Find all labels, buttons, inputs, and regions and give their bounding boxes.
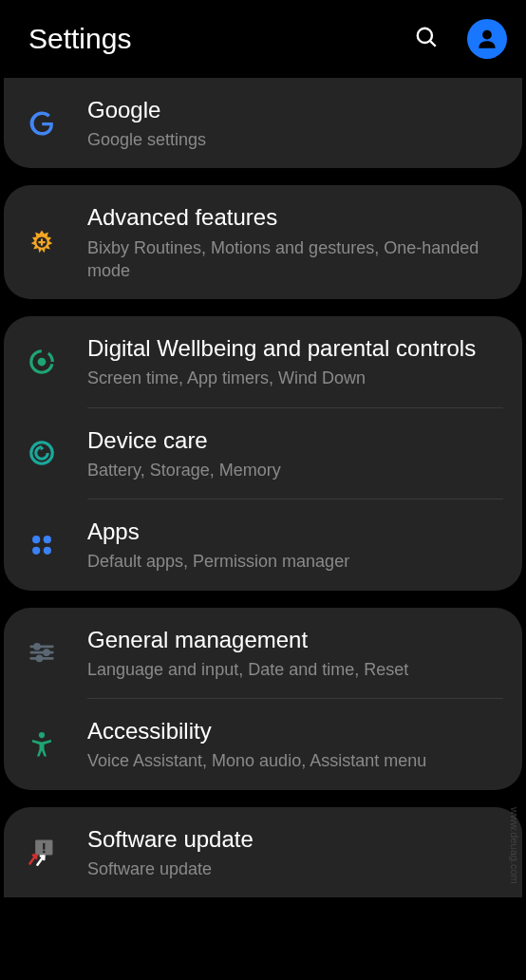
settings-group: Advanced features Bixby Routines, Motion… — [4, 185, 522, 299]
item-subtitle: Language and input, Date and time, Reset — [87, 658, 503, 681]
svg-point-5 — [38, 358, 47, 367]
accessibility-icon — [23, 730, 61, 759]
svg-point-15 — [45, 650, 49, 655]
item-title: General management — [87, 625, 503, 654]
item-subtitle: Software update — [87, 858, 503, 880]
svg-point-0 — [418, 28, 432, 43]
svg-point-16 — [37, 656, 42, 661]
settings-item-device-care[interactable]: Device care Battery, Storage, Memory — [4, 408, 522, 499]
wellbeing-icon — [23, 348, 61, 376]
settings-item-apps[interactable]: Apps Default apps, Permission manager — [4, 499, 522, 590]
svg-point-7 — [32, 536, 40, 543]
settings-group: Digital Wellbeing and parental controls … — [4, 316, 522, 590]
item-text: Google Google settings — [87, 95, 503, 151]
svg-point-8 — [44, 536, 51, 543]
google-icon — [23, 109, 61, 138]
settings-item-digital-wellbeing[interactable]: Digital Wellbeing and parental controls … — [4, 316, 522, 406]
settings-item-general-management[interactable]: General management Language and input, D… — [4, 608, 522, 698]
item-title: Digital Wellbeing and parental controls — [87, 333, 503, 363]
svg-point-17 — [39, 732, 45, 738]
sliders-icon — [23, 638, 61, 667]
item-text: Advanced features Bixby Routines, Motion… — [87, 202, 503, 282]
item-title: Software update — [87, 824, 503, 854]
settings-group: Google Google settings — [4, 78, 522, 168]
item-title: Device care — [87, 425, 503, 455]
svg-point-9 — [32, 547, 40, 555]
svg-point-10 — [44, 547, 51, 555]
page-title: Settings — [28, 23, 131, 55]
item-subtitle: Default apps, Permission manager — [87, 550, 503, 573]
svg-rect-19 — [43, 843, 45, 850]
item-text: Accessibility Voice Assistant, Mono audi… — [87, 716, 503, 772]
settings-item-software-update[interactable]: Software update Software update — [4, 807, 522, 897]
item-subtitle: Google settings — [87, 128, 503, 151]
header-actions — [414, 19, 507, 59]
settings-item-accessibility[interactable]: Accessibility Voice Assistant, Mono audi… — [4, 699, 522, 789]
svg-point-20 — [43, 851, 46, 854]
svg-point-14 — [35, 645, 40, 650]
device-care-icon — [23, 439, 61, 467]
svg-point-2 — [482, 30, 492, 40]
settings-item-google[interactable]: Google Google settings — [4, 78, 522, 168]
settings-content: Google Google settings Advanced features… — [0, 78, 526, 897]
settings-group: Software update Software update — [4, 807, 522, 897]
profile-icon[interactable] — [467, 19, 507, 59]
watermark: www.deuag.com — [509, 807, 520, 884]
item-title: Advanced features — [87, 202, 503, 232]
settings-group: General management Language and input, D… — [4, 608, 522, 790]
apps-icon — [23, 532, 61, 558]
item-title: Apps — [87, 517, 503, 546]
software-update-icon — [23, 837, 61, 867]
item-text: Software update Software update — [87, 824, 503, 880]
item-subtitle: Voice Assistant, Mono audio, Assistant m… — [87, 749, 503, 772]
search-icon[interactable] — [414, 25, 439, 53]
header: Settings — [0, 0, 526, 78]
item-subtitle: Screen time, App timers, Wind Down — [87, 367, 503, 389]
settings-item-advanced-features[interactable]: Advanced features Bixby Routines, Motion… — [4, 185, 522, 299]
svg-line-1 — [430, 41, 435, 46]
item-text: Device care Battery, Storage, Memory — [87, 425, 503, 481]
item-subtitle: Battery, Storage, Memory — [87, 459, 503, 481]
item-text: Digital Wellbeing and parental controls … — [87, 333, 503, 389]
item-text: General management Language and input, D… — [87, 625, 503, 681]
gear-plus-icon — [23, 228, 61, 256]
svg-point-6 — [31, 443, 53, 464]
item-title: Google — [87, 95, 503, 124]
item-subtitle: Bixby Routines, Motions and gestures, On… — [87, 236, 503, 283]
item-title: Accessibility — [87, 716, 503, 745]
item-text: Apps Default apps, Permission manager — [87, 517, 503, 573]
